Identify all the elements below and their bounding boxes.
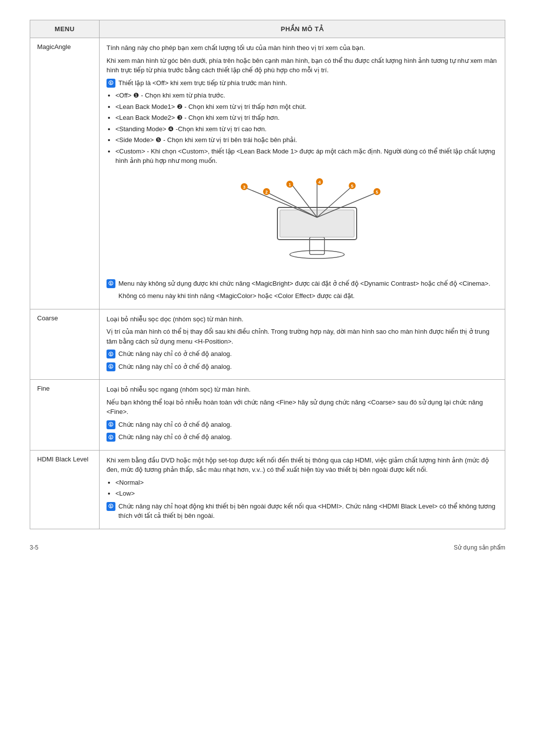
note-box: 🛈Chức năng này chỉ có ở chế độ analog. [107, 420, 498, 430]
list-item: <Lean Back Mode1> ❷ - Chọn khi xem từ vị… [115, 102, 498, 112]
note-3-text: Không có menu này khi tính năng <MagicCo… [118, 291, 498, 301]
monitor-diagram-area: 4 1 2 3 5 5 [107, 173, 498, 272]
list-item: <Lean Back Mode2> ❸ - Chọn khi xem từ vị… [115, 113, 498, 123]
note-box: 🛈Chức năng này chỉ có ở chế độ analog. [107, 349, 498, 359]
table-row: HDMI Black LevelKhi xem bằng đầu DVD hoặ… [30, 450, 505, 529]
note-box: 🛈Thiết lập là <Off> khi xem trực tiếp từ… [107, 78, 498, 88]
note-text: Thiết lập là <Off> khi xem trực tiếp từ … [118, 78, 287, 88]
bullet-list: <Off> ❶ - Chọn khi xem từ phía trước.<Le… [115, 91, 498, 166]
svg-text:2: 2 [265, 190, 268, 195]
list-item: <Standing Mode> ❹ -Chọn khi xem từ vị tr… [115, 124, 498, 134]
footer-section: Sử dụng sản phẩm [454, 544, 505, 551]
main-table: MENU PHẦN MÔ TẢ MagicAngleTính năng này … [30, 20, 505, 529]
table-row: CoarseLoại bỏ nhiễu sọc dọc (nhóm sọc) t… [30, 309, 505, 380]
menu-cell: Fine [30, 380, 100, 451]
desc-paragraph: Khi xem màn hình từ góc bên dưới, phía t… [107, 56, 498, 75]
note-icon: 🛈 [107, 362, 115, 371]
menu-cell: HDMI Black Level [30, 450, 100, 529]
desc-paragraph: Nếu bạn không thể loại bỏ nhiễu hoàn toà… [107, 398, 498, 417]
angle-diagram-svg: 4 1 2 3 5 5 [208, 178, 396, 267]
note-box: 🛈Chức năng này chỉ có ở chế độ analog. [107, 432, 498, 442]
note-text: Chức năng này chỉ hoạt động khi thiết bị… [118, 502, 498, 521]
note-icon: 🛈 [107, 433, 115, 442]
list-item: <Normal> [115, 478, 498, 488]
desc-cell: Tính năng này cho phép bạn xem chất lượn… [100, 38, 505, 309]
note-icon-2: 🛈 [107, 279, 115, 288]
desc-paragraph: Tính năng này cho phép bạn xem chất lượn… [107, 43, 498, 53]
menu-label: MagicAngle [37, 42, 71, 50]
note-text: Chức năng này chỉ có ở chế độ analog. [118, 349, 232, 359]
bullet-list: <Normal><Low> [115, 478, 498, 499]
menu-label: HDMI Black Level [37, 454, 88, 463]
svg-text:4: 4 [318, 180, 321, 185]
desc-cell: Loại bỏ nhiễu sọc ngang (nhóm sọc) từ mà… [100, 380, 505, 451]
page-footer: 3-5 Sử dụng sản phẩm [30, 544, 505, 551]
note-box: 🛈Chức năng này chỉ hoạt động khi thiết b… [107, 502, 498, 521]
desc-paragraph: Vị trí của màn hình có thể bị thay đổi s… [107, 327, 498, 346]
svg-text:1: 1 [288, 182, 291, 187]
svg-text:5: 5 [351, 184, 353, 189]
menu-cell: MagicAngle [30, 38, 100, 309]
desc-paragraph: Loại bỏ nhiễu sọc ngang (nhóm sọc) từ mà… [107, 385, 498, 395]
svg-text:5: 5 [375, 190, 378, 195]
list-item: <Off> ❶ - Chọn khi xem từ phía trước. [115, 91, 498, 101]
note-box-2: 🛈Menu này không sử dụng được khi chức nă… [107, 279, 498, 289]
list-item: <Side Mode> ❺ - Chọn khi xem từ vị trí b… [115, 135, 498, 145]
note-icon: 🛈 [107, 79, 115, 88]
footer-page-number: 3-5 [30, 544, 38, 551]
note-icon: 🛈 [107, 420, 115, 429]
note-text: Chức năng này chỉ có ở chế độ analog. [118, 420, 232, 430]
desc-paragraph: Khi xem bằng đầu DVD hoặc một hộp set-to… [107, 455, 498, 475]
note-icon: 🛈 [107, 502, 115, 511]
header-menu: MENU [30, 20, 100, 38]
table-row: MagicAngleTính năng này cho phép bạn xem… [30, 38, 505, 309]
note-text: Chức năng này chỉ có ở chế độ analog. [118, 432, 232, 442]
desc-paragraph: Loại bỏ nhiễu sọc dọc (nhóm sọc) từ màn … [107, 314, 498, 324]
desc-cell: Khi xem bằng đầu DVD hoặc một hộp set-to… [100, 450, 505, 529]
desc-cell: Loại bỏ nhiễu sọc dọc (nhóm sọc) từ màn … [100, 309, 505, 380]
menu-label: Fine [37, 384, 50, 392]
table-row: FineLoại bỏ nhiễu sọc ngang (nhóm sọc) t… [30, 380, 505, 451]
list-item: <Low> [115, 489, 498, 499]
list-item: <Custom> - Khi chọn <Custom>, thiết lập … [115, 147, 498, 166]
menu-cell: Coarse [30, 309, 100, 380]
menu-label: Coarse [37, 313, 58, 322]
note-text: Chức năng này chỉ có ở chế độ analog. [118, 362, 232, 372]
note-box: 🛈Chức năng này chỉ có ở chế độ analog. [107, 362, 498, 372]
note-icon: 🛈 [107, 350, 115, 358]
note-text-2: Menu này không sử dụng được khi chức năn… [118, 279, 490, 289]
header-desc: PHẦN MÔ TẢ [100, 20, 505, 38]
page-wrapper: MENU PHẦN MÔ TẢ MagicAngleTính năng này … [30, 20, 505, 551]
svg-text:3: 3 [243, 185, 245, 190]
